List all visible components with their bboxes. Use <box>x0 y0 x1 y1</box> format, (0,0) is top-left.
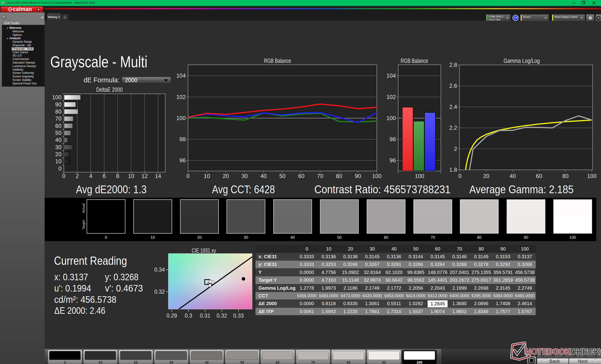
svg-text:100: 100 <box>587 173 597 179</box>
svg-text:70: 70 <box>55 115 61 122</box>
svg-text:50: 50 <box>55 130 61 136</box>
svg-text:102: 102 <box>386 94 396 100</box>
svg-text:u': 0.1994: u': 0.1994 <box>54 283 91 293</box>
svg-text:50: 50 <box>279 173 286 179</box>
svg-text:2000: 2000 <box>125 77 137 83</box>
svg-text:0: 0 <box>186 173 190 179</box>
svg-text:70: 70 <box>317 173 323 179</box>
svg-text:1.8: 1.8 <box>449 166 457 173</box>
svg-text:0: 0 <box>458 173 461 179</box>
svg-text:98: 98 <box>179 136 186 142</box>
svg-text:Average Gamma: 2.185: Average Gamma: 2.185 <box>469 183 573 196</box>
svg-text:RGB Balance: RGB Balance <box>264 57 291 64</box>
svg-text:90: 90 <box>355 173 361 179</box>
svg-text:60: 60 <box>536 173 542 179</box>
svg-text:20: 20 <box>483 173 490 179</box>
svg-text:0: 0 <box>59 165 61 172</box>
svg-text:2.2: 2.2 <box>449 125 457 131</box>
svg-text:98: 98 <box>390 136 396 142</box>
svg-text:104: 104 <box>176 72 186 79</box>
svg-text:DeltaE 2000: DeltaE 2000 <box>96 86 123 93</box>
svg-text:ΔE 2000: 2.46: ΔE 2000: 2.46 <box>54 305 105 316</box>
svg-text:0.3: 0.3 <box>185 313 192 319</box>
svg-text:x: 0.3137: x: 0.3137 <box>54 272 88 282</box>
svg-text:0.32: 0.32 <box>154 289 165 295</box>
svg-text:10: 10 <box>128 173 134 179</box>
svg-text:80: 80 <box>562 173 569 179</box>
svg-text:100: 100 <box>372 173 381 179</box>
svg-text:4: 4 <box>89 173 92 179</box>
svg-text:0.31: 0.31 <box>200 313 210 319</box>
svg-text:96: 96 <box>179 157 186 163</box>
svg-text:60: 60 <box>55 123 61 129</box>
svg-text:12: 12 <box>141 173 148 179</box>
svg-text:80: 80 <box>336 173 342 179</box>
svg-text:2.4: 2.4 <box>449 104 457 110</box>
svg-text:100: 100 <box>386 115 396 121</box>
svg-text:20: 20 <box>55 151 61 157</box>
svg-text:104: 104 <box>386 72 396 79</box>
svg-text:dE Formula:: dE Formula: <box>84 76 120 84</box>
svg-text:40: 40 <box>55 137 61 143</box>
svg-text:y: 0.3268: y: 0.3268 <box>105 272 139 282</box>
svg-text:102: 102 <box>176 94 186 100</box>
svg-text:0: 0 <box>62 173 65 179</box>
svg-text:100: 100 <box>415 173 424 179</box>
svg-text:100: 100 <box>176 115 186 121</box>
svg-text:Gamma Log/Log: Gamma Log/Log <box>504 57 540 64</box>
svg-text:10: 10 <box>55 158 61 164</box>
svg-text:14: 14 <box>155 173 161 179</box>
svg-text:0.32: 0.32 <box>217 313 227 319</box>
svg-text:0.33: 0.33 <box>233 313 244 319</box>
svg-text:40: 40 <box>510 173 516 179</box>
svg-text:90: 90 <box>55 101 61 108</box>
svg-text:40: 40 <box>260 173 267 179</box>
svg-text:2: 2 <box>76 173 79 179</box>
svg-text:v': 0.4673: v': 0.4673 <box>105 283 143 293</box>
svg-text:30: 30 <box>241 173 248 179</box>
svg-text:30: 30 <box>55 144 61 150</box>
svg-text:Grayscale - Multi: Grayscale - Multi <box>50 53 147 71</box>
svg-text:Avg dE2000: 1.3: Avg dE2000: 1.3 <box>76 183 147 196</box>
svg-text:Avg CCT: 6428: Avg CCT: 6428 <box>212 183 275 196</box>
svg-text:0.29: 0.29 <box>166 313 177 319</box>
svg-text:2.6: 2.6 <box>449 83 457 89</box>
svg-text:60: 60 <box>298 173 304 179</box>
svg-text:0.34: 0.34 <box>154 267 165 273</box>
svg-text:CHECK: CHECK <box>571 347 600 356</box>
svg-text:8: 8 <box>116 173 119 179</box>
svg-text:Current Reading: Current Reading <box>54 254 127 267</box>
svg-text:6: 6 <box>103 173 106 179</box>
svg-text:Contrast Ratio: 456573788231: Contrast Ratio: 456573788231 <box>314 183 451 196</box>
svg-text:10: 10 <box>204 173 210 179</box>
svg-text:2.8: 2.8 <box>449 62 457 68</box>
svg-text:2: 2 <box>454 146 457 152</box>
svg-text:calman: calman <box>13 7 32 12</box>
svg-text:NOTEBOOK: NOTEBOOK <box>526 347 571 356</box>
svg-text:CIE 1931 xy: CIE 1931 xy <box>192 247 216 254</box>
svg-text:cd/m²: 456.5738: cd/m²: 456.5738 <box>54 294 116 305</box>
svg-text:20: 20 <box>222 173 229 179</box>
svg-text:100: 100 <box>52 94 61 100</box>
svg-text:RGB Balance: RGB Balance <box>401 57 428 64</box>
svg-text:96: 96 <box>390 157 396 163</box>
svg-text:80: 80 <box>55 108 61 115</box>
